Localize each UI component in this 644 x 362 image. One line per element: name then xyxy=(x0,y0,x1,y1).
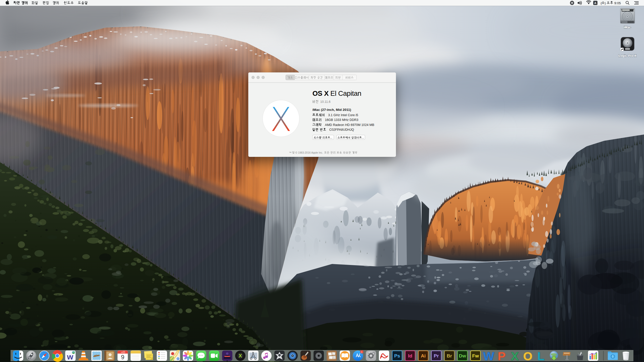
svg-text:3.1 GHz Intel Core i5: 3.1 GHz Intel Core i5 xyxy=(328,113,358,117)
svg-text:A: A xyxy=(594,2,596,5)
svg-text:O: O xyxy=(523,349,533,362)
svg-text:iMac: iMac xyxy=(624,25,631,29)
svg-text:Logic Pro X: Logic Pro X xyxy=(618,54,636,57)
svg-text:© 1983-2016 Apple Inc.: © 1983-2016 Apple Inc. xyxy=(295,151,323,154)
svg-text:...: ... xyxy=(362,136,364,139)
svg-text:iMac (27-inch, Mid 2011): iMac (27-inch, Mid 2011) xyxy=(312,108,351,112)
svg-text:.: . xyxy=(341,151,342,154)
svg-text:W: W xyxy=(483,349,494,362)
svg-text:C02FPA8UDHJQ: C02FPA8UDHJQ xyxy=(329,128,354,131)
svg-text:9: 9 xyxy=(121,354,124,360)
svg-text:Fw: Fw xyxy=(472,353,479,358)
svg-text:AMD Radeon HD 6970M 1024 MB: AMD Radeon HD 6970M 1024 MB xyxy=(325,123,374,127)
svg-text:Br: Br xyxy=(447,353,452,358)
svg-text:Dw: Dw xyxy=(459,353,466,358)
svg-text:w: w xyxy=(67,352,73,361)
svg-text:P: P xyxy=(498,349,506,362)
svg-text:X: X xyxy=(239,353,242,358)
svg-text:Pr: Pr xyxy=(434,353,439,358)
svg-text:Ai: Ai xyxy=(421,353,426,358)
svg-text:10.11.6: 10.11.6 xyxy=(320,100,331,104)
svg-text:): ) xyxy=(605,1,606,5)
svg-text:9:05: 9:05 xyxy=(614,1,621,5)
svg-text:3D: 3D xyxy=(177,358,179,360)
svg-text:(: ( xyxy=(601,1,602,5)
svg-text:16GB 1333 MHz DDR3: 16GB 1333 MHz DDR3 xyxy=(325,118,358,122)
svg-text:Id: Id xyxy=(408,353,412,358)
svg-text:L: L xyxy=(537,349,545,362)
svg-text:1: 1 xyxy=(361,351,363,353)
svg-text:12: 12 xyxy=(121,351,123,353)
svg-text:Ps: Ps xyxy=(394,353,400,358)
svg-text:...: ... xyxy=(330,136,332,139)
svg-text:OS X El Capitan: OS X El Capitan xyxy=(312,89,361,97)
svg-text:™: ™ xyxy=(289,151,292,154)
svg-text:X: X xyxy=(511,349,518,362)
